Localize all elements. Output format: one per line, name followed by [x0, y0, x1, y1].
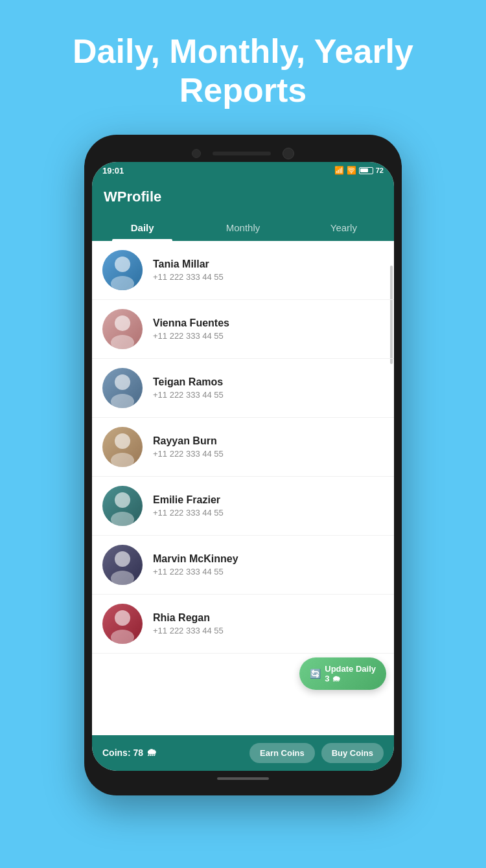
battery-fill [360, 168, 368, 172]
contact-phone: +11 222 333 44 55 [153, 331, 229, 341]
list-item[interactable]: Rhia Regan +11 222 333 44 55 [92, 595, 394, 654]
phone-frame: 19:01 📶 🛜 72 WProfile Daily Mo [84, 135, 402, 795]
contact-name: Marvin McKinney [153, 553, 238, 565]
coin-emoji: 🌧 [146, 747, 157, 759]
avatar [102, 604, 143, 644]
svg-point-11 [111, 571, 134, 585]
refresh-icon: 🔄 [310, 668, 321, 679]
contact-info: Rayyan Burn +11 222 333 44 55 [153, 435, 224, 459]
contact-info: Tania Millar +11 222 333 44 55 [153, 258, 224, 282]
list-item[interactable]: Emilie Frazier +11 222 333 44 55 [92, 477, 394, 536]
svg-point-8 [115, 492, 130, 508]
earn-coins-button[interactable]: Earn Coins [249, 743, 315, 763]
svg-point-13 [111, 630, 134, 644]
svg-point-1 [111, 276, 134, 290]
svg-point-12 [115, 610, 130, 626]
contact-phone: +11 222 333 44 55 [153, 272, 224, 282]
avatar [102, 368, 143, 408]
camera-circle-left [192, 149, 201, 158]
contact-info: Teigan Ramos +11 222 333 44 55 [153, 376, 224, 400]
battery-icon: 72 [359, 166, 384, 174]
buy-coins-button[interactable]: Buy Coins [321, 743, 384, 763]
contact-info: Marvin McKinney +11 222 333 44 55 [153, 553, 238, 577]
contact-name: Emilie Frazier [153, 494, 224, 506]
tab-daily[interactable]: Daily [92, 214, 192, 241]
svg-point-6 [115, 433, 130, 449]
battery-percent: 72 [376, 166, 384, 174]
svg-point-0 [115, 257, 130, 272]
status-time: 19:01 [102, 166, 124, 176]
list-item[interactable]: Rayyan Burn +11 222 333 44 55 [92, 418, 394, 477]
svg-point-5 [111, 394, 134, 408]
phone-camera-area [92, 143, 394, 162]
contact-name: Rayyan Burn [153, 435, 224, 447]
list-item[interactable]: Teigan Ramos +11 222 333 44 55 [92, 359, 394, 418]
svg-point-9 [111, 512, 134, 526]
coins-info: Coins: 78 🌧 [102, 747, 157, 759]
avatar [102, 486, 143, 526]
signal-icon: 📶 [334, 166, 344, 175]
tab-yearly[interactable]: Yearly [294, 214, 394, 241]
app-title: WProfile [104, 188, 161, 205]
contact-info: Rhia Regan +11 222 333 44 55 [153, 612, 224, 635]
svg-point-2 [115, 315, 130, 331]
contact-name: Teigan Ramos [153, 376, 224, 388]
tab-monthly[interactable]: Monthly [192, 214, 293, 241]
contact-name: Vienna Fuentes [153, 317, 229, 329]
bottom-bar: Coins: 78 🌧 Earn Coins Buy Coins [92, 735, 394, 771]
speaker-bar [213, 152, 271, 155]
contact-info: Vienna Fuentes +11 222 333 44 55 [153, 317, 229, 341]
contact-phone: +11 222 333 44 55 [153, 508, 224, 518]
bottom-buttons: Earn Coins Buy Coins [249, 743, 384, 763]
camera-circle-right [283, 148, 294, 159]
list-item[interactable]: Vienna Fuentes +11 222 333 44 55 [92, 300, 394, 359]
update-daily-label: Update Daily 3 🌧 [325, 664, 376, 683]
avatar [102, 250, 143, 290]
update-daily-button[interactable]: 🔄 Update Daily 3 🌧 [299, 657, 386, 690]
contact-name: Rhia Regan [153, 612, 224, 624]
coins-label: Coins: 78 [102, 748, 143, 758]
tabs-bar[interactable]: Daily Monthly Yearly [92, 214, 394, 241]
home-indicator[interactable] [217, 777, 269, 780]
contact-phone: +11 222 333 44 55 [153, 449, 224, 459]
svg-point-4 [115, 374, 130, 390]
avatar [102, 427, 143, 467]
svg-point-7 [111, 453, 134, 467]
avatar [102, 309, 143, 349]
list-item[interactable]: Tania Millar +11 222 333 44 55 [92, 241, 394, 300]
list-item[interactable]: Marvin McKinney +11 222 333 44 55 [92, 536, 394, 595]
contact-name: Tania Millar [153, 258, 224, 270]
avatar [102, 545, 143, 585]
page-title: Daily, Monthly, Yearly Reports [0, 32, 486, 110]
contact-list: Tania Millar +11 222 333 44 55 Vienna Fu… [92, 241, 394, 735]
status-bar: 19:01 📶 🛜 72 [92, 162, 394, 179]
phone-bottom-bar [92, 771, 394, 784]
svg-point-3 [111, 335, 134, 349]
app-header: WProfile [92, 179, 394, 214]
contact-info: Emilie Frazier +11 222 333 44 55 [153, 494, 224, 518]
contact-phone: +11 222 333 44 55 [153, 567, 238, 577]
wifi-icon: 🛜 [347, 166, 356, 175]
battery-body [359, 167, 373, 174]
contact-phone: +11 222 333 44 55 [153, 626, 224, 635]
status-icons: 📶 🛜 72 [334, 166, 384, 175]
svg-point-10 [115, 551, 130, 567]
contact-phone: +11 222 333 44 55 [153, 390, 224, 400]
phone-screen: 19:01 📶 🛜 72 WProfile Daily Mo [92, 162, 394, 771]
